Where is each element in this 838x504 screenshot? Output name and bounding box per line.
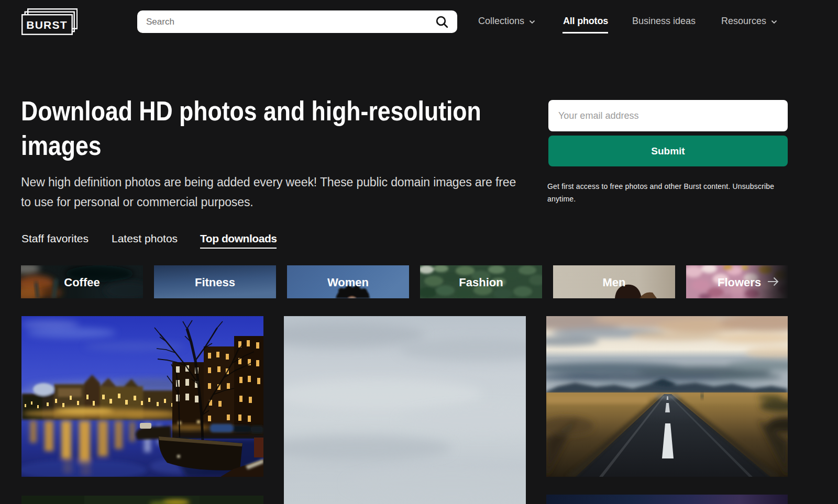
svg-text:BURST: BURST [26,19,67,31]
